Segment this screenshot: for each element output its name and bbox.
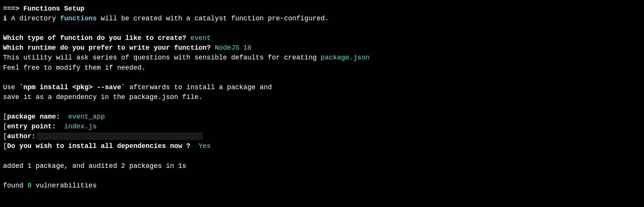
info-text-before: A directory — [7, 15, 60, 22]
field-label: entry point: — [7, 123, 56, 130]
field-value: event_app — [68, 113, 105, 120]
blank-line — [3, 151, 641, 161]
utility-line-2: Feel free to modify them if needed. — [3, 63, 641, 73]
field-value: Yes — [199, 142, 211, 150]
npm-tip-line-2: save it as a dependency in the package.j… — [3, 92, 641, 102]
header-arrow: ===> — [3, 5, 19, 12]
info-icon: i — [3, 15, 7, 22]
field-package-name[interactable]: [package name: event_app — [3, 112, 641, 122]
field-entry-point[interactable]: [entry point: index.js — [3, 122, 641, 131]
redacted-author-value — [37, 132, 203, 140]
blank-line — [3, 102, 641, 112]
output-vulnerabilities: found 0 vulnerabilities — [3, 181, 641, 190]
prompt-runtime[interactable]: Which runtime do you prefer to write you… — [3, 43, 641, 53]
prompt-question: Which runtime do you prefer to write you… — [3, 44, 211, 52]
prompt-function-type[interactable]: Which type of function do you like to cr… — [3, 33, 641, 43]
prompt-question: Which type of function do you like to cr… — [3, 34, 186, 42]
field-label: package name: — [7, 113, 60, 120]
blank-line — [3, 73, 641, 82]
npm-tip-line-1: Use `npm install <pkg> --save` afterward… — [3, 82, 641, 92]
blank-line — [3, 171, 641, 181]
info-line: i A directory functions will be created … — [3, 14, 641, 23]
header-title: Functions Setup — [23, 5, 84, 12]
field-install-deps[interactable]: [Do you wish to install all dependencies… — [3, 141, 641, 151]
header-line: ===> Functions Setup — [3, 4, 641, 14]
utility-highlight: package.json — [321, 54, 370, 61]
field-label: Do you wish to install all dependencies … — [7, 142, 190, 150]
prompt-answer: NodeJS 18 — [215, 44, 251, 52]
prompt-answer: event — [190, 34, 211, 42]
field-label: author: — [7, 132, 36, 140]
utility-text: This utility will ask series of question… — [3, 54, 321, 61]
blank-line — [3, 23, 641, 33]
vuln-count: 0 — [28, 182, 32, 189]
info-highlight: functions — [60, 15, 97, 22]
field-value: index.js — [64, 123, 97, 130]
npm-command: `npm install <pkg> --save` — [19, 84, 125, 91]
info-text-after: will be created with a catalyst function… — [97, 15, 329, 22]
field-author[interactable]: [author: — [3, 131, 641, 141]
utility-line-1: This utility will ask series of question… — [3, 53, 641, 62]
output-added: added 1 package, and audited 2 packages … — [3, 161, 641, 171]
